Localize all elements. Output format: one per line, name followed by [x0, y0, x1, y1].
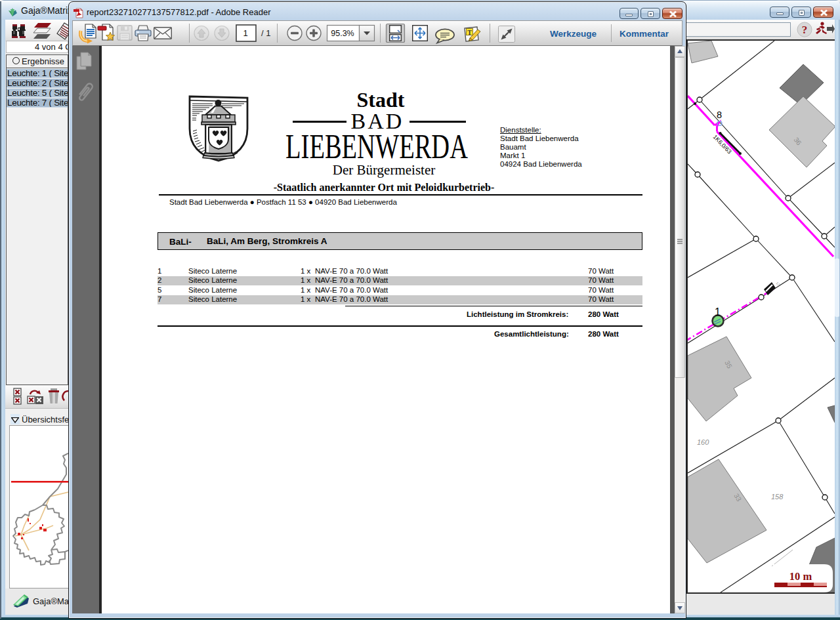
svg-text:Werkzeuge: Werkzeuge	[550, 29, 597, 39]
svg-text:/ 1: / 1	[261, 28, 270, 38]
svg-text:1: 1	[243, 28, 247, 38]
svg-text:10 m: 10 m	[789, 570, 812, 583]
svg-text:12: 12	[775, 281, 781, 287]
svg-text:1: 1	[715, 306, 721, 318]
svg-text:160: 160	[697, 438, 709, 446]
svg-text:8: 8	[717, 110, 722, 120]
svg-text:95.3%: 95.3%	[331, 29, 354, 38]
svg-text:158: 158	[771, 493, 784, 501]
svg-text:?: ?	[802, 24, 808, 36]
svg-text:Kommentar: Kommentar	[620, 29, 669, 39]
svg-text:T: T	[467, 29, 472, 36]
